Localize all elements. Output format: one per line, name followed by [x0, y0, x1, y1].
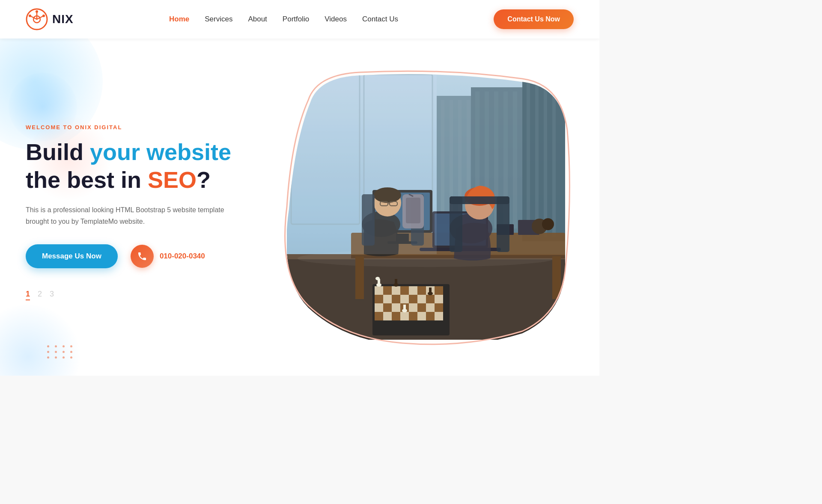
svg-rect-99	[395, 279, 397, 285]
svg-rect-76	[417, 295, 426, 303]
svg-rect-67	[409, 286, 417, 295]
image-blob-container	[283, 66, 574, 348]
svg-rect-94	[435, 312, 443, 320]
svg-rect-66	[400, 286, 409, 295]
hero-content: WELCOME TO ONIX DIGITAL Build your websi…	[26, 116, 257, 299]
dots-decoration	[47, 345, 74, 359]
svg-rect-21	[527, 83, 530, 237]
svg-rect-24	[552, 83, 556, 237]
slide-3[interactable]: 3	[50, 290, 54, 299]
svg-rect-90	[400, 312, 409, 320]
nav-portfolio[interactable]: Portfolio	[283, 15, 309, 23]
svg-rect-65	[392, 286, 400, 295]
svg-rect-19	[513, 92, 517, 228]
svg-rect-70	[435, 286, 443, 295]
svg-point-7	[36, 10, 38, 13]
hero-subtitle: WELCOME TO ONIX DIGITAL	[26, 124, 257, 130]
svg-rect-83	[409, 303, 417, 312]
phone-icon	[137, 251, 147, 261]
svg-rect-23	[544, 83, 547, 237]
slide-1[interactable]: 1	[26, 290, 30, 299]
hero-actions: Message Us Now 010-020-0340	[26, 244, 257, 268]
svg-rect-93	[426, 312, 435, 320]
hero-title-part1: Build	[26, 139, 90, 165]
blob-bottom-blue	[0, 303, 81, 376]
slide-indicators: 1 2 3	[26, 290, 257, 299]
svg-rect-75	[409, 295, 417, 303]
svg-rect-84	[417, 303, 426, 312]
svg-rect-71	[375, 295, 383, 303]
nav-about[interactable]: About	[248, 15, 267, 23]
svg-rect-22	[535, 83, 539, 237]
svg-rect-81	[392, 303, 400, 312]
hero-image-area	[257, 66, 574, 348]
svg-rect-60	[497, 196, 509, 252]
svg-rect-59	[450, 196, 462, 252]
svg-rect-80	[383, 303, 392, 312]
svg-rect-85	[426, 303, 435, 312]
logo-icon	[26, 8, 48, 30]
hero-title-part2: the best in	[26, 167, 148, 193]
nav-services[interactable]: Services	[205, 15, 232, 23]
svg-rect-63	[375, 286, 383, 295]
office-image-svg	[287, 70, 565, 340]
navbar: NIX Home Services About Portfolio Videos…	[0, 0, 599, 39]
hero-section: WELCOME TO ONIX DIGITAL Build your websi…	[0, 39, 599, 376]
hero-title: Build your website the best in SEO?	[26, 138, 257, 194]
logo[interactable]: NIX	[26, 8, 74, 30]
svg-rect-77	[426, 295, 435, 303]
nav-home[interactable]: Home	[169, 15, 189, 23]
contact-us-now-button[interactable]: Contact Us Now	[494, 9, 574, 29]
svg-rect-78	[435, 295, 443, 303]
svg-rect-79	[375, 303, 383, 312]
hero-title-highlight-red: SEO	[148, 167, 197, 193]
logo-text: NIX	[52, 12, 74, 26]
slide-2[interactable]: 2	[38, 290, 42, 299]
svg-point-97	[375, 277, 380, 280]
hero-title-highlight-blue: your website	[90, 139, 231, 165]
svg-point-5	[29, 15, 31, 17]
svg-rect-10	[441, 100, 444, 220]
svg-rect-73	[392, 295, 400, 303]
svg-rect-72	[383, 295, 392, 303]
message-us-now-button[interactable]: Message Us Now	[26, 244, 118, 268]
svg-rect-68	[417, 286, 426, 295]
svg-rect-89	[392, 312, 400, 320]
svg-rect-33	[355, 256, 364, 299]
svg-rect-86	[435, 303, 443, 312]
svg-rect-88	[383, 312, 392, 320]
svg-rect-103	[429, 288, 432, 294]
phone-icon-circle[interactable]	[131, 245, 154, 268]
svg-point-47	[542, 218, 554, 230]
hero-description: This is a professional looking HTML Boot…	[26, 204, 240, 227]
hero-title-end: ?	[197, 167, 211, 193]
svg-rect-74	[400, 295, 409, 303]
phone-number[interactable]: 010-020-0340	[160, 252, 205, 261]
svg-rect-101	[403, 305, 406, 311]
svg-rect-92	[417, 312, 426, 320]
nav-contact[interactable]: Contact Us	[362, 15, 398, 23]
svg-rect-61	[450, 196, 509, 204]
svg-rect-106	[406, 198, 420, 223]
svg-rect-34	[552, 256, 561, 299]
phone-action: 010-020-0340	[131, 245, 205, 268]
nav-links: Home Services About Portfolio Videos Con…	[169, 15, 398, 24]
svg-rect-64	[383, 286, 392, 295]
svg-rect-87	[375, 312, 383, 320]
svg-point-6	[42, 15, 45, 17]
nav-videos[interactable]: Videos	[325, 15, 347, 23]
svg-rect-91	[409, 312, 417, 320]
